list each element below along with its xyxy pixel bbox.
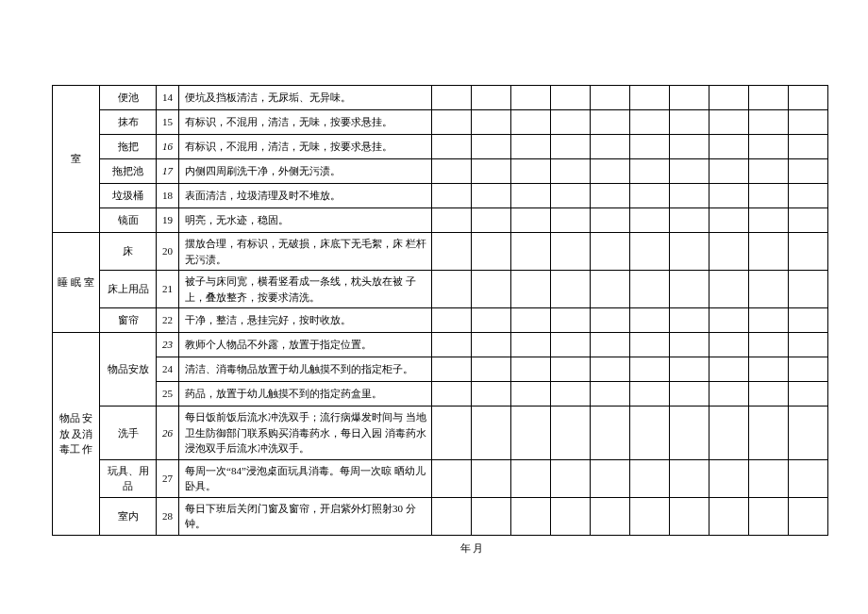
num-cell: 17: [157, 159, 179, 184]
desc-cell: 药品，放置于幼儿触摸不到的指定药盒里。: [179, 382, 432, 407]
num-cell: 15: [157, 110, 179, 135]
table-row: 室内28每日下班后关闭门窗及窗帘，开启紫外灯照射30 分钟。: [53, 497, 828, 535]
desc-cell: 每日下班后关闭门窗及窗帘，开启紫外灯照射30 分钟。: [179, 497, 432, 535]
desc-cell: 摆放合理，有标识，无破损，床底下无毛絮，床 栏杆无污渍。: [179, 233, 432, 271]
num-cell: 26: [157, 407, 179, 460]
table-row: 室便池14便坑及挡板清洁，无尿垢、无异味。: [53, 86, 828, 110]
table-row: 25药品，放置于幼儿触摸不到的指定药盒里。: [53, 382, 828, 407]
num-cell: 21: [157, 271, 179, 308]
desc-cell: 表面清洁，垃圾清理及时不堆放。: [179, 184, 432, 208]
desc-cell: 便坑及挡板清洁，无尿垢、无异味。: [179, 86, 432, 110]
table-row: 洗手26每日饭前饭后流水冲洗双手；流行病爆发时间与 当地卫生防御部门联系购买消毒…: [53, 407, 828, 460]
num-cell: 19: [157, 208, 179, 233]
table-row: 窗帘22干净，整洁，悬挂完好，按时收放。: [53, 308, 828, 333]
num-cell: 23: [157, 333, 179, 357]
desc-cell: 每日饭前饭后流水冲洗双手；流行病爆发时间与 当地卫生防御部门联系购买消毒药水，每…: [179, 407, 432, 460]
desc-cell: 教师个人物品不外露，放置于指定位置。: [179, 333, 432, 357]
num-cell: 27: [157, 459, 179, 497]
desc-cell: 每周一次“84”浸泡桌面玩具消毒。每周一次晾 晒幼儿卧具。: [179, 459, 432, 497]
inspection-table: 室便池14便坑及挡板清洁，无尿垢、无异味。抹布15有标识，不混用，清洁，无味，按…: [52, 85, 828, 536]
desc-cell: 被子与床同宽，横看竖看成一条线，枕头放在被 子上，叠放整齐，按要求清洗。: [179, 271, 432, 308]
table-row: 玩具、用品27每周一次“84”浸泡桌面玩具消毒。每周一次晾 晒幼儿卧具。: [53, 459, 828, 497]
item-cell: 拖把: [100, 135, 157, 159]
item-cell: 洗手: [100, 407, 157, 460]
footer-date: 年 月: [52, 541, 816, 556]
table-row: 镜面19明亮，无水迹，稳固。: [53, 208, 828, 233]
item-cell: 玩具、用品: [100, 459, 157, 497]
num-cell: 24: [157, 357, 179, 382]
category-cell: 室: [53, 86, 100, 233]
table-row: 拖把16有标识，不混用，清洁，无味，按要求悬挂。: [53, 135, 828, 159]
item-cell: 镜面: [100, 208, 157, 233]
num-cell: 18: [157, 184, 179, 208]
desc-cell: 内侧四周刷洗干净，外侧无污渍。: [179, 159, 432, 184]
item-cell: 床: [100, 233, 157, 271]
table-row: 物品 安放 及消 毒工 作物品安放23教师个人物品不外露，放置于指定位置。: [53, 333, 828, 357]
num-cell: 28: [157, 497, 179, 535]
table-row: 睡 眠 室床20摆放合理，有标识，无破损，床底下无毛絮，床 栏杆无污渍。: [53, 233, 828, 271]
category-cell: 物品 安放 及消 毒工 作: [53, 333, 100, 536]
desc-cell: 清洁、消毒物品放置于幼儿触摸不到的指定柜子。: [179, 357, 432, 382]
table-row: 24清洁、消毒物品放置于幼儿触摸不到的指定柜子。: [53, 357, 828, 382]
item-cell: 床上用品: [100, 271, 157, 308]
num-cell: 16: [157, 135, 179, 159]
item-cell: 物品安放: [100, 333, 157, 407]
desc-cell: 有标识，不混用，清洁，无味，按要求悬挂。: [179, 135, 432, 159]
table-row: 垃圾桶18表面清洁，垃圾清理及时不堆放。: [53, 184, 828, 208]
item-cell: 便池: [100, 86, 157, 110]
item-cell: 室内: [100, 497, 157, 535]
table-row: 抹布15有标识，不混用，清洁，无味，按要求悬挂。: [53, 110, 828, 135]
item-cell: 抹布: [100, 110, 157, 135]
item-cell: 窗帘: [100, 308, 157, 333]
desc-cell: 干净，整洁，悬挂完好，按时收放。: [179, 308, 432, 333]
table-row: 床上用品21被子与床同宽，横看竖看成一条线，枕头放在被 子上，叠放整齐，按要求清…: [53, 271, 828, 308]
item-cell: 垃圾桶: [100, 184, 157, 208]
num-cell: 25: [157, 382, 179, 407]
table-row: 拖把池17内侧四周刷洗干净，外侧无污渍。: [53, 159, 828, 184]
num-cell: 14: [157, 86, 179, 110]
item-cell: 拖把池: [100, 159, 157, 184]
category-cell: 睡 眠 室: [53, 233, 100, 333]
num-cell: 22: [157, 308, 179, 333]
desc-cell: 有标识，不混用，清洁，无味，按要求悬挂。: [179, 110, 432, 135]
num-cell: 20: [157, 233, 179, 271]
desc-cell: 明亮，无水迹，稳固。: [179, 208, 432, 233]
